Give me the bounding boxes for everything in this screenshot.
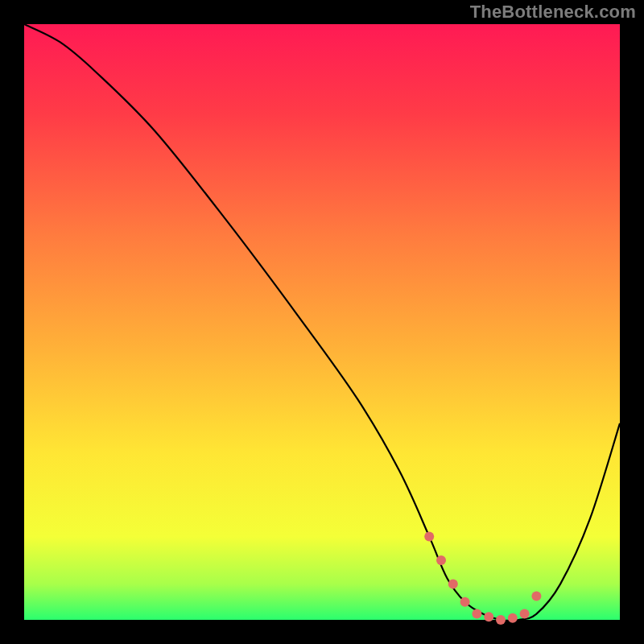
curve-marker	[448, 580, 458, 589]
curve-marker	[520, 609, 530, 619]
curve-marker	[496, 615, 506, 625]
curve-marker	[436, 555, 446, 565]
curve-marker	[484, 612, 493, 621]
curve-marker	[460, 597, 470, 607]
curve-marker	[508, 613, 518, 623]
curve-marker	[424, 531, 434, 541]
plot-background	[24, 24, 620, 620]
chart-frame: TheBottleneck.com	[0, 0, 644, 644]
curve-marker	[472, 609, 481, 619]
bottleneck-chart	[0, 0, 644, 644]
curve-marker	[531, 591, 541, 601]
